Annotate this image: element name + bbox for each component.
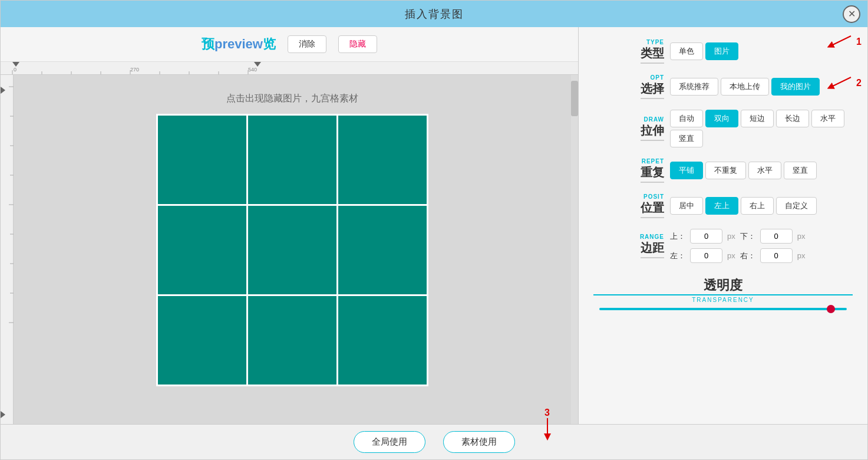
hide-button[interactable]: 隐藏 bbox=[338, 35, 377, 53]
type-btn-group: 单色 图片 bbox=[670, 42, 738, 60]
arrow-3-icon bbox=[539, 418, 556, 442]
preview-title-cn2: 览 bbox=[263, 37, 276, 51]
opt-recommend-btn[interactable]: 系统推荐 bbox=[670, 78, 718, 96]
range-bottom-px: px bbox=[797, 232, 806, 241]
grid-cell-6 bbox=[338, 206, 427, 294]
draw-vertical-btn[interactable]: 竖直 bbox=[670, 130, 703, 147]
canvas-area: 点击出现隐藏图片，九宫格素材 bbox=[14, 75, 571, 424]
dialog-title: 插入背景图 bbox=[405, 7, 464, 21]
canvas-wrapper: 点击出现隐藏图片，九宫格素材 bbox=[1, 75, 578, 424]
preview-header: 预preview览 消除 隐藏 bbox=[1, 27, 578, 62]
transparency-slider[interactable] bbox=[599, 308, 847, 310]
type-label-en: TYPE bbox=[646, 39, 664, 45]
range-top-input[interactable] bbox=[690, 229, 722, 244]
range-label: RANGE 边距 bbox=[593, 234, 664, 258]
range-lr-row: 左： px 右： px bbox=[670, 248, 805, 263]
repet-h-btn[interactable]: 水平 bbox=[748, 162, 781, 179]
opt-label-en: OPT bbox=[650, 74, 664, 81]
insert-background-dialog: 插入背景图 ✕ 预preview览 消除 隐藏 0 270 540 bbox=[0, 0, 868, 460]
annotation-2: 2 bbox=[819, 74, 862, 92]
repet-label: REPET 重复 bbox=[593, 158, 664, 183]
posit-topright-btn[interactable]: 右上 bbox=[741, 197, 774, 215]
type-image-btn[interactable]: 图片 bbox=[705, 42, 738, 60]
ruler-left bbox=[1, 75, 14, 424]
annotation-3: 3 bbox=[539, 408, 556, 442]
repet-tile-btn[interactable]: 平铺 bbox=[670, 162, 703, 179]
preview-panel: 预preview览 消除 隐藏 0 270 540 bbox=[1, 27, 579, 424]
grid-cell-9 bbox=[338, 296, 427, 385]
range-bottom-input[interactable] bbox=[760, 229, 793, 244]
svg-line-19 bbox=[830, 77, 851, 87]
repet-norepeat-btn[interactable]: 不重复 bbox=[705, 162, 746, 179]
annotation-2-number: 2 bbox=[856, 78, 862, 88]
dialog-body: 预preview览 消除 隐藏 0 270 540 bbox=[1, 27, 867, 424]
range-label-cn: 边距 bbox=[641, 240, 664, 258]
range-top-px: px bbox=[727, 232, 735, 241]
range-left-label: 左： bbox=[670, 251, 685, 261]
dialog-footer: 全局使用 素材使用 3 bbox=[1, 424, 867, 459]
range-right-input[interactable] bbox=[760, 248, 793, 263]
range-inputs: 上： px 下： px 左： px 右： px bbox=[670, 229, 805, 263]
canvas-hint: 点击出现隐藏图片，九宫格素材 bbox=[226, 93, 358, 105]
posit-label: POSIT 位置 bbox=[593, 193, 664, 218]
transparency-section: 透明度 TRANSPARENCY bbox=[593, 277, 853, 310]
transparency-cn-label: 透明度 bbox=[704, 277, 742, 294]
close-button[interactable]: ✕ bbox=[843, 5, 860, 23]
global-use-button[interactable]: 全局使用 bbox=[354, 431, 425, 453]
grid-cell-3 bbox=[338, 116, 427, 204]
draw-label-cn: 拉伸 bbox=[641, 123, 664, 141]
opt-row: OPT 选择 系统推荐 本地上传 我的图片 bbox=[593, 74, 853, 99]
posit-btn-group: 居中 左上 右上 自定义 bbox=[670, 197, 817, 215]
range-label-en: RANGE bbox=[640, 234, 664, 240]
draw-short-btn[interactable]: 短边 bbox=[741, 110, 774, 127]
ruler-ticks bbox=[1, 62, 578, 75]
scrollbar-thumb bbox=[571, 81, 578, 116]
grid-cell-5 bbox=[248, 206, 336, 294]
type-solid-btn[interactable]: 单色 bbox=[670, 42, 703, 60]
type-label-cn: 类型 bbox=[641, 45, 664, 64]
clear-button[interactable]: 消除 bbox=[288, 35, 326, 53]
posit-center-btn[interactable]: 居中 bbox=[670, 197, 703, 215]
transparency-en-label: TRANSPARENCY bbox=[593, 294, 853, 303]
opt-myimage-btn[interactable]: 我的图片 bbox=[771, 78, 820, 96]
range-bottom-label: 下： bbox=[740, 231, 755, 242]
posit-topleft-btn[interactable]: 左上 bbox=[705, 197, 738, 215]
annotation-3-number: 3 bbox=[544, 408, 550, 418]
close-icon: ✕ bbox=[848, 8, 856, 19]
posit-label-cn: 位置 bbox=[641, 200, 664, 218]
ruler-left-ticks bbox=[1, 75, 14, 424]
draw-long-btn[interactable]: 长边 bbox=[776, 110, 809, 127]
vertical-scrollbar[interactable] bbox=[571, 75, 578, 424]
nine-grid[interactable] bbox=[156, 114, 428, 386]
grid-cell-7 bbox=[158, 296, 246, 385]
range-right-label: 右： bbox=[740, 251, 755, 261]
draw-label: DRAW 拉伸 bbox=[593, 116, 664, 141]
draw-bidirection-btn[interactable]: 双向 bbox=[705, 110, 738, 127]
draw-horizontal-btn[interactable]: 水平 bbox=[811, 110, 844, 127]
range-row: RANGE 边距 上： px 下： px 左： px bbox=[593, 229, 853, 263]
posit-row: POSIT 位置 居中 左上 右上 自定义 bbox=[593, 193, 853, 218]
settings-panel: TYPE 类型 单色 图片 1 bbox=[579, 27, 867, 424]
material-use-button[interactable]: 素材使用 bbox=[443, 431, 515, 453]
draw-auto-btn[interactable]: 自动 bbox=[670, 110, 703, 127]
repet-label-en: REPET bbox=[642, 158, 664, 165]
posit-label-en: POSIT bbox=[643, 193, 664, 200]
arrow-2-icon bbox=[819, 74, 854, 92]
repet-row: REPET 重复 平铺 不重复 水平 竖直 bbox=[593, 158, 853, 183]
repet-label-cn: 重复 bbox=[641, 165, 664, 183]
repet-v-btn[interactable]: 竖直 bbox=[784, 162, 817, 179]
opt-label-cn: 选择 bbox=[641, 81, 664, 99]
arrow-1-icon bbox=[819, 33, 854, 51]
range-left-input[interactable] bbox=[690, 248, 722, 263]
posit-custom-btn[interactable]: 自定义 bbox=[776, 197, 817, 215]
opt-upload-btn[interactable]: 本地上传 bbox=[721, 78, 769, 96]
svg-line-18 bbox=[830, 36, 851, 46]
grid-cell-1 bbox=[158, 116, 246, 204]
draw-label-en: DRAW bbox=[643, 116, 664, 123]
draw-btn-group: 自动 双向 短边 长边 水平 竖直 bbox=[670, 110, 853, 147]
preview-title-cn1: 预 bbox=[202, 37, 214, 51]
annotation-3-wrapper: 素材使用 3 bbox=[443, 431, 515, 453]
draw-row: DRAW 拉伸 自动 双向 短边 长边 水平 竖直 bbox=[593, 110, 853, 147]
range-left-px: px bbox=[727, 251, 735, 260]
grid-cell-4 bbox=[158, 206, 246, 294]
